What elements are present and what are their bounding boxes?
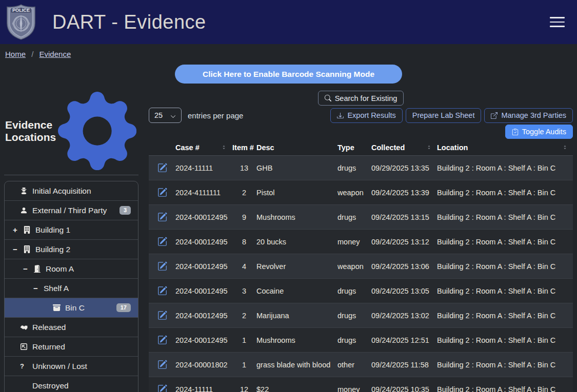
cell-type: drugs [337, 213, 371, 221]
prepare-lab-sheet-button[interactable]: Prepare Lab Sheet [406, 108, 482, 123]
evidence-row: 2024-41111112Pistolweapon09/24/2025 13:3… [149, 180, 573, 204]
clipboard-check-icon [512, 129, 519, 135]
entries-per-page-select[interactable]: 25 [149, 108, 182, 123]
sidebar-item-label: Released [32, 323, 66, 332]
edit-item-button[interactable] [149, 205, 175, 229]
sidebar-item-label: Destroyed [32, 381, 69, 390]
search-for-existing-button[interactable]: Search for Existing [318, 91, 404, 106]
cell-collected: 09/24/2025 13:06 [371, 262, 437, 271]
cell-item-number: 3 [232, 287, 256, 295]
minus-expander-icon[interactable]: − [23, 264, 33, 273]
edit-icon [157, 188, 167, 197]
cell-item-number: 13 [232, 164, 256, 172]
sidebar-item-external-third-party[interactable]: External / Third Party3 [5, 200, 138, 220]
edit-icon [157, 384, 167, 392]
edit-item-button[interactable] [149, 156, 175, 180]
enable-barcode-scanning-button[interactable]: Click Here to Enable Barcode Scanning Mo… [175, 65, 402, 84]
evidence-row: 2024-000124954Revolverweapon09/24/2025 1… [149, 254, 573, 278]
cell-case-number: 2024-00012495 [175, 312, 232, 320]
sidebar-item-building-2[interactable]: −Building 2 [5, 239, 138, 259]
gear-icon[interactable] [57, 91, 137, 171]
evidence-row: 2024-00012495820 bucksmoney09/24/2025 13… [149, 229, 573, 254]
user-secret-icon [20, 187, 28, 195]
hamburger-menu-icon[interactable] [549, 14, 566, 30]
breadcrumb-separator: / [31, 50, 33, 58]
cell-location: Building 2 : Room A : Shelf A : Bin C [437, 385, 573, 392]
cell-collected: 09/24/2025 13:02 [371, 312, 437, 320]
edit-item-button[interactable] [149, 180, 175, 204]
cell-collected: 09/24/2025 10:35 [371, 385, 437, 392]
edit-item-button[interactable] [149, 328, 175, 352]
table-header-row: Case #Item #DescTypeCollectedLocation [149, 140, 573, 155]
cell-case-number: 2024-00012495 [175, 213, 232, 221]
column-header-case[interactable]: Case # [175, 143, 232, 152]
edit-item-button[interactable] [149, 279, 175, 303]
minus-expander-icon[interactable]: − [33, 284, 44, 293]
cell-collected: 09/24/2025 12:51 [371, 336, 437, 344]
cell-location: Building 2 : Room A : Shelf A : Bin C [437, 213, 573, 221]
export-results-button[interactable]: Export Results [330, 108, 402, 123]
sidebar-item-label: Building 1 [35, 225, 70, 235]
page-title: DART - Evidence [52, 11, 206, 33]
edit-item-button[interactable] [149, 377, 175, 392]
edit-icon [157, 311, 167, 320]
sidebar-item-bin-c[interactable]: Bin C17 [5, 298, 138, 317]
breadcrumb: Home / Evidence [0, 44, 577, 60]
edit-item-button[interactable] [149, 303, 175, 327]
cell-type: drugs [337, 164, 371, 172]
chevron-down-icon [170, 113, 176, 118]
edit-item-button[interactable] [149, 353, 175, 377]
manage-3rd-parties-button[interactable]: Manage 3rd Parties [484, 108, 573, 123]
handshake-icon [20, 323, 28, 331]
column-header-collected[interactable]: Collected [371, 143, 437, 152]
cell-description: 20 bucks [256, 238, 337, 246]
sidebar-item-released[interactable]: Released [5, 317, 138, 337]
table-body: 2024-1111113GHBdrugs09/29/2025 13:35Buil… [149, 155, 573, 392]
cell-item-number: 1 [232, 336, 256, 344]
plus-expander-icon[interactable]: + [13, 225, 23, 234]
count-badge: 17 [116, 303, 131, 312]
cell-location: Building 2 : Room A : Shelf A : Bin C [437, 238, 573, 246]
evidence-main: Search for Existing 25 entries per page … [149, 91, 573, 392]
cell-case-number: 2024-00012495 [175, 262, 232, 271]
sidebar-item-room-a[interactable]: −Room A [5, 259, 138, 278]
sidebar-item-initial-acquisition[interactable]: Initial Acquisition [5, 181, 138, 200]
cell-description: Pistol [256, 189, 337, 197]
cell-location: Building 2 : Room A : Shelf A : Bin C [437, 164, 573, 172]
police-badge-logo: POLICE [5, 4, 38, 40]
evidence-row: 2024-000124953Cocainedrugs09/24/2025 13:… [149, 278, 573, 303]
cell-collected: 09/24/2025 11:58 [371, 361, 437, 369]
sidebar-item-unknown-lost[interactable]: ?Unknown / Lost [5, 356, 138, 376]
cell-item-number: 4 [232, 262, 256, 271]
cell-type: drugs [337, 336, 371, 344]
breadcrumb-link-home[interactable]: Home [5, 50, 26, 58]
toggle-audits-button[interactable]: Toggle Audits [505, 125, 573, 139]
cell-type: drugs [337, 312, 371, 320]
sidebar-item-building-1[interactable]: +Building 1 [5, 220, 138, 239]
cell-case-number: 2024-00012495 [175, 336, 232, 344]
sidebar-item-destroyed[interactable]: Destroyed [5, 376, 138, 392]
column-header-location[interactable]: Location [437, 143, 573, 152]
sidebar-item-label: Room A [46, 264, 74, 274]
minus-expander-icon[interactable]: − [13, 245, 23, 254]
edit-icon [157, 335, 167, 345]
cell-type: weapon [337, 189, 371, 197]
cell-location: Building 2 : Room A : Shelf A : Bin C [437, 312, 573, 320]
external-link-icon [491, 112, 498, 119]
sidebar-item-returned[interactable]: Returned [5, 337, 138, 356]
breadcrumb-link-evidence[interactable]: Evidence [39, 50, 71, 58]
count-badge: 3 [120, 206, 131, 215]
edit-icon [157, 360, 167, 369]
edit-item-button[interactable] [149, 254, 175, 278]
cell-description: Marijuana [256, 312, 337, 320]
cell-description: Cocaine [256, 287, 337, 295]
cell-type: other [337, 361, 371, 369]
cell-type: weapon [337, 262, 371, 271]
sidebar-item-label: Unknown / Lost [32, 362, 87, 371]
evidence-row: 2024-000124959Mushroomsdrugs09/24/2025 1… [149, 204, 573, 229]
sort-icon [426, 145, 432, 150]
sidebar-item-label: Returned [32, 342, 65, 352]
edit-item-button[interactable] [149, 230, 175, 254]
sidebar-item-shelf-a[interactable]: −Shelf A [5, 278, 138, 298]
sidebar-item-label: Initial Acquisition [32, 187, 91, 196]
